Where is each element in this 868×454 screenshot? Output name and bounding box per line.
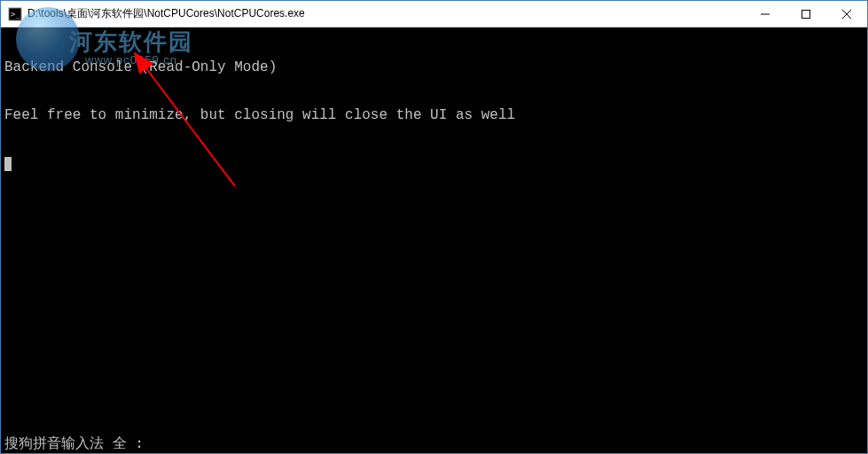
console-line: Feel free to minimize, but closing will … (4, 107, 864, 123)
window-controls (745, 1, 867, 27)
window-title: D:\tools\桌面\河东软件园\NotCPUCores\NotCPUCore… (27, 6, 745, 21)
console-line: Backend Console (Read-Only Mode) (4, 59, 864, 75)
svg-text:>_: >_ (11, 10, 20, 19)
minimize-button[interactable] (745, 1, 786, 27)
maximize-button[interactable] (786, 1, 826, 27)
cursor (4, 157, 12, 171)
console-window: >_ D:\tools\桌面\河东软件园\NotCPUCores\NotCPUC… (0, 0, 868, 454)
ime-status: 搜狗拼音输入法 全 : (4, 435, 144, 451)
titlebar: >_ D:\tools\桌面\河东软件园\NotCPUCores\NotCPUC… (1, 1, 867, 27)
console-output[interactable]: Backend Console (Read-Only Mode) Feel fr… (1, 27, 867, 453)
console-cursor-line (4, 155, 864, 176)
svg-rect-3 (802, 10, 810, 18)
close-button[interactable] (826, 1, 867, 27)
app-icon: >_ (8, 7, 22, 21)
